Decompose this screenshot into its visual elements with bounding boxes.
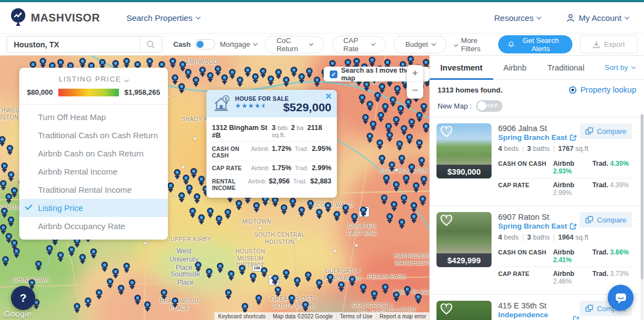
map-pin[interactable]	[362, 114, 369, 121]
map-pin[interactable]	[255, 295, 262, 301]
map-pin[interactable]	[207, 72, 214, 79]
map-pin[interactable]	[390, 96, 396, 103]
chat-widget-button[interactable]	[608, 285, 634, 311]
map-pin[interactable]	[198, 214, 205, 221]
map-pin[interactable]	[174, 169, 181, 176]
map-pin[interactable]	[134, 295, 141, 301]
attribution-link[interactable]: Report a map error	[376, 312, 429, 320]
map-pin[interactable]	[418, 157, 425, 164]
map-pin[interactable]	[419, 196, 426, 202]
search-input[interactable]	[7, 40, 140, 49]
coc-return-filter[interactable]: CoC Return	[265, 36, 324, 53]
map-pin[interactable]	[416, 139, 423, 146]
map-pin[interactable]	[79, 254, 86, 261]
map-pin[interactable]	[0, 136, 6, 143]
map-pin[interactable]	[123, 263, 130, 269]
map-pin[interactable]	[379, 155, 385, 161]
favorite-heart-icon[interactable]	[440, 126, 453, 138]
map-pin[interactable]	[405, 99, 412, 105]
nav-resources[interactable]: Resources	[494, 13, 541, 23]
map-pin[interactable]	[99, 59, 106, 66]
map-pin[interactable]	[229, 69, 236, 75]
mortgage-label[interactable]: Mortgage	[220, 40, 257, 48]
property-photo[interactable]: $390,000	[436, 123, 492, 178]
map-pin[interactable]	[381, 194, 388, 201]
map-pin[interactable]	[281, 204, 287, 211]
map-pin[interactable]	[406, 134, 413, 140]
map-pin[interactable]	[316, 279, 323, 286]
map-pin[interactable]	[305, 272, 312, 278]
map-pin[interactable]	[421, 176, 427, 182]
map-pin[interactable]	[294, 277, 301, 284]
map-canvas[interactable]: KEMPWOODGARDENSNORTHWEST HOUSTONSHADY AC…	[0, 56, 429, 320]
cap-rate-filter[interactable]: CAP Rate	[332, 36, 386, 53]
map-pin[interactable]	[370, 121, 376, 127]
map-pin[interactable]	[329, 60, 336, 67]
attribution-link[interactable]: Map data ©2022 Google	[269, 312, 336, 320]
map-pin[interactable]	[316, 209, 323, 215]
map-pin[interactable]	[0, 180, 7, 187]
map-pin[interactable]	[7, 145, 13, 151]
map-pin[interactable]	[376, 139, 383, 146]
map-pin[interactable]	[1, 208, 8, 214]
map-pin[interactable]	[306, 68, 313, 74]
map-pin[interactable]	[57, 59, 64, 66]
heatmap-menu-item[interactable]: Traditional Rental Income	[19, 181, 168, 199]
map-pin[interactable]	[360, 207, 367, 213]
map-pin[interactable]	[161, 289, 167, 296]
map-pin[interactable]	[193, 77, 199, 83]
map-pin[interactable]	[385, 123, 392, 129]
attribution-link[interactable]: Terms of Use	[336, 312, 376, 320]
export-button[interactable]: Export	[580, 35, 637, 53]
map-pin[interactable]	[172, 297, 178, 304]
map-pin[interactable]	[236, 200, 242, 207]
map-pin[interactable]	[189, 208, 196, 214]
map-pin[interactable]	[207, 208, 214, 214]
map-pin[interactable]	[399, 155, 405, 161]
map-pin[interactable]	[393, 181, 400, 188]
map-pin[interactable]	[423, 59, 429, 66]
map-pin[interactable]	[195, 262, 201, 268]
map-pin[interactable]	[275, 69, 282, 75]
map-pin[interactable]	[8, 171, 14, 178]
map-pin[interactable]	[29, 279, 35, 286]
map-pin[interactable]	[57, 252, 64, 258]
help-button[interactable]: ?	[11, 286, 35, 310]
map-pin[interactable]	[13, 248, 20, 254]
property-card[interactable]: $390,000 6906 Jalna St Spring Branch Eas…	[430, 117, 644, 205]
map-pin[interactable]	[194, 193, 200, 200]
map-pin[interactable]	[112, 268, 119, 275]
heatmap-menu-item[interactable]: Traditional Cash on Cash Return	[19, 126, 168, 144]
map-pin[interactable]	[225, 289, 232, 296]
map-pin[interactable]	[394, 85, 401, 92]
property-lookup-button[interactable]: Property lookup	[569, 85, 636, 94]
map-pin[interactable]	[68, 246, 75, 253]
map-pin[interactable]	[2, 256, 9, 263]
map-pin[interactable]	[423, 123, 429, 129]
map-pin[interactable]	[178, 192, 185, 199]
map-pin[interactable]	[401, 194, 407, 201]
map-pin[interactable]	[345, 59, 351, 66]
map-pin[interactable]	[268, 75, 274, 82]
map-pin[interactable]	[11, 187, 18, 194]
heatmap-menu-item[interactable]: Listing Price	[19, 199, 168, 217]
map-pin[interactable]	[178, 83, 185, 90]
mashvisor-logo[interactable]: MASHVISOR	[10, 8, 100, 28]
map-pin[interactable]	[79, 58, 86, 64]
map-pin[interactable]	[185, 69, 192, 75]
map-pin[interactable]	[159, 61, 165, 68]
map-pin[interactable]	[118, 285, 124, 291]
map-pin[interactable]	[371, 290, 378, 297]
map-pin[interactable]	[413, 182, 419, 189]
map-pin[interactable]	[170, 58, 176, 64]
map-pin[interactable]	[237, 77, 243, 83]
map-pin[interactable]	[1, 162, 8, 169]
tab-investment[interactable]: Investment	[430, 56, 493, 79]
favorite-heart-icon[interactable]	[440, 303, 453, 316]
zoom-in-button[interactable]: +	[407, 65, 423, 82]
map-pin[interactable]	[342, 204, 349, 211]
attribution-link[interactable]: Keyboard shortcuts	[214, 312, 269, 320]
property-photo[interactable]: $350,000	[436, 301, 492, 320]
map-pin[interactable]	[383, 175, 390, 181]
map-pin[interactable]	[298, 207, 305, 213]
